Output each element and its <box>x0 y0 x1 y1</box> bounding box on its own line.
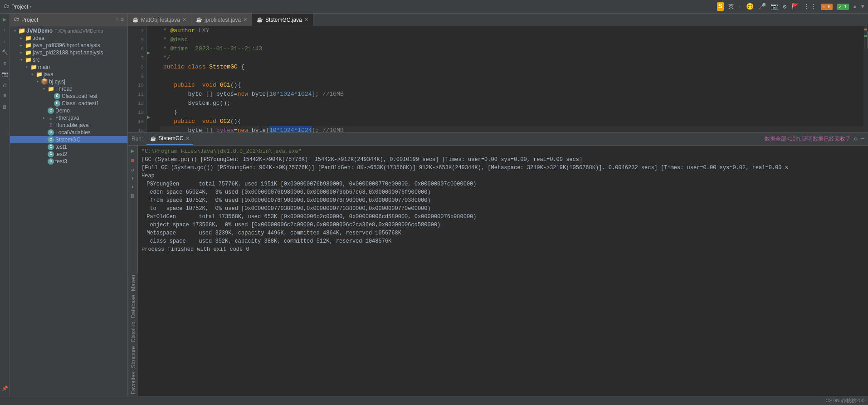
sidebar-label-favorites[interactable]: Favorites <box>129 370 137 396</box>
collapse-all-icon[interactable]: ↕ <box>116 16 119 23</box>
gutter: ▶ ▶ <box>147 26 156 132</box>
run-heap-parold: ParOldGen total 173568K, used 653K [0x00… <box>141 213 864 221</box>
tree-item-main[interactable]: ▾ 📁 main <box>10 63 127 71</box>
tree-item-huntable[interactable]: I Huntable.java <box>10 122 127 129</box>
tree-item-pid23188[interactable]: ▸ 📁 java_pid23188.hprof.analysis <box>10 49 127 56</box>
line-num-8: 8 <box>141 63 144 72</box>
list-icon[interactable]: ≡ <box>1 92 9 100</box>
tree-item-idea[interactable]: ▸ 📁 .idea <box>10 34 127 42</box>
run-gutter-8[interactable]: ▶ <box>147 49 156 56</box>
line-num-14: 14 <box>138 117 144 126</box>
tree-item-test1[interactable]: C test1 <box>10 143 127 151</box>
tree-item-test3[interactable]: C test3 <box>10 158 127 165</box>
sidebar-label-structure[interactable]: Structure <box>129 344 137 370</box>
code-line-9 <box>160 72 863 81</box>
sidebar-label-classlib[interactable]: ClassLib <box>129 320 137 344</box>
chevron-down-icon2[interactable]: ▼ <box>861 4 864 10</box>
mic-icon[interactable]: 🎤 <box>758 3 766 10</box>
run-toolbar: ▶ ■ ↺ ⬆ ⬇ 🗑 <box>128 146 138 273</box>
run-rerun-icon[interactable]: ↺ <box>131 167 134 173</box>
hammer-icon[interactable]: 🔨 <box>1 48 9 56</box>
run-icon[interactable]: ▶ <box>1 15 9 24</box>
project-panel-header: 🗂 Project ↕ ⚙ <box>10 14 127 26</box>
up-icon[interactable]: ↑ <box>1 26 9 34</box>
tab-sstemgc[interactable]: ☕ StstemGC.java ✕ <box>252 14 313 26</box>
sidebar-label-maven[interactable]: Maven <box>129 273 137 293</box>
tree-item-thread-folder[interactable]: ▾ 📁 Thread <box>10 85 127 93</box>
run-content[interactable]: "C:\Program Files\Java\jdk1.8.0_202\bin\… <box>138 146 868 273</box>
run-gutter-19[interactable]: ▶ <box>147 114 156 121</box>
run-tab-sstemgc[interactable]: ☕ StstemGC ✕ <box>146 133 193 145</box>
tree-item-classloadtest1[interactable]: C ClassLoadtest1 <box>10 100 127 107</box>
warning-badge[interactable]: ⚠ 6 <box>821 4 833 10</box>
print-icon[interactable]: 🖨 <box>1 81 9 89</box>
settings-icon1[interactable]: ⚙ <box>783 3 786 10</box>
run-play-icon[interactable]: ▶ <box>131 147 135 155</box>
code-editor[interactable]: 4 5 6 7 8 9 10 11 12 13 14 15 16 17 18 1… <box>128 26 868 132</box>
bottom-status: CSDN @核桃200 <box>0 396 868 405</box>
tab-matobjtest[interactable]: ☕ MatObjTest.java ✕ <box>128 14 191 26</box>
run-heap-metaspace: Metaspace used 3239K, capacity 4496K, co… <box>141 229 864 237</box>
trash-icon[interactable]: 🗑 <box>1 102 9 111</box>
tree-item-package[interactable]: ▾ 📦 bj.cy.sj <box>10 78 127 85</box>
project-title[interactable]: Project <box>11 4 28 10</box>
tab-close-jprofiletest[interactable]: ✕ <box>243 17 247 23</box>
tree-item-localvariables[interactable]: C LocalVariables <box>10 129 127 136</box>
bottom-right: CSDN @核桃200 <box>825 397 864 404</box>
emoji-icon1[interactable]: 😊 <box>746 3 754 10</box>
tree-item-java[interactable]: ▾ 📁 java <box>10 71 127 78</box>
tree-item-pid8396[interactable]: ▸ 📁 java_pid8396.hprof.analysis <box>10 42 127 49</box>
flag-icon[interactable]: 🚩 <box>791 3 799 10</box>
left-toolbar: ▶ ↑ ↓ 🔨 ⚙ 📷 🖨 ≡ 🗑 📌 <box>0 14 10 396</box>
project-panel: 🗂 Project ↕ ⚙ ▾ 📁 JVMDemo F:\D\jianda\JV… <box>10 14 128 396</box>
pin-icon[interactable]: 📌 <box>1 384 9 392</box>
line-num-15: 15 <box>138 126 144 132</box>
run-heap-to: to space 10752K, 0% used [0x000000077038… <box>141 205 864 213</box>
tab-icon-matobjtest: ☕ <box>132 17 139 23</box>
editor-scrollbar[interactable] <box>863 26 868 132</box>
run-clear-icon[interactable]: 🗑 <box>130 193 135 199</box>
code-line-10: public void GC1(){ <box>160 81 863 90</box>
top-bar: 🗂 Project ▾ S 英 · 😊 🎤 📷 ⚙ 🚩 ⋮⋮ ⚠ 6 ✓ 1 ▲… <box>0 0 868 14</box>
apps-icon[interactable]: ⋮⋮ <box>804 3 816 10</box>
settings-gear-icon[interactable]: ⚙ <box>854 136 858 142</box>
run-exit-line: Process finished with exit code 0 <box>141 245 864 254</box>
run-heap-object: object space 173568K, 0% used [0x0000000… <box>141 221 864 229</box>
tab-label-sstemgc: StstemGC.java <box>265 17 302 23</box>
code-content[interactable]: * @author LXY * @desc * @time 2023--01--… <box>156 26 863 132</box>
sidebar-label-database[interactable]: Database <box>129 293 137 320</box>
chevron-up-icon[interactable]: ▲ <box>853 4 857 10</box>
code-line-7: */ <box>160 54 863 63</box>
minimize-icon[interactable]: — <box>861 136 864 142</box>
tree-item-classloadtest[interactable]: C ClassLoadTest <box>10 93 127 100</box>
tools-icon1[interactable]: ⚙ <box>1 59 9 67</box>
camera-icon[interactable]: 📷 <box>770 3 778 10</box>
code-line-15: byte [] bytes=new byte[10*1024*1024]; //… <box>160 126 863 132</box>
project-icon: 🗂 <box>4 3 10 10</box>
tree-item-jvmdemo[interactable]: ▾ 📁 JVMDemo F:\D\jianda\JVMDemo <box>10 27 127 34</box>
camera-icon2[interactable]: 📷 <box>1 70 9 78</box>
code-line-5: * @desc <box>160 35 863 44</box>
run-stop-icon[interactable]: ■ <box>131 157 135 164</box>
run-scroll-top-icon[interactable]: ⬆ <box>131 176 134 181</box>
dropdown-icon[interactable]: ▾ <box>29 4 32 10</box>
ok-badge[interactable]: ✓ 1 <box>837 4 849 10</box>
down-icon[interactable]: ↓ <box>1 37 9 45</box>
run-scroll-bottom-icon[interactable]: ⬇ <box>131 184 134 190</box>
run-cmd-line: "C:\Program Files\Java\jdk1.8.0_202\bin\… <box>141 147 864 156</box>
tree-item-fther[interactable]: ▸ ☕ Fther.java <box>10 114 127 122</box>
tab-close-sstemgc[interactable]: ✕ <box>304 17 308 23</box>
tree-item-src[interactable]: ▾ 📁 src <box>10 56 127 63</box>
run-tab-close[interactable]: ✕ <box>185 136 190 142</box>
tab-close-matobjtest[interactable]: ✕ <box>182 17 186 23</box>
run-heap-title: Heap <box>141 172 864 180</box>
search-eng-label[interactable]: 英 <box>728 3 734 10</box>
tree-item-demo[interactable]: C Demo <box>10 107 127 114</box>
run-heap-class: class space used 352K, capacity 388K, co… <box>141 237 864 245</box>
tab-jprofiletest[interactable]: ☕ jprofiletest.java ✕ <box>191 14 252 26</box>
tree-item-test2[interactable]: C test2 <box>10 151 127 158</box>
line-num-9: 9 <box>141 72 144 81</box>
tree-item-sstemgc[interactable]: C StstemGC <box>10 136 127 143</box>
settings-icon2[interactable]: ⚙ <box>121 16 124 23</box>
run-heap-eden: eden space 65024K, 3% used [0x000000076b… <box>141 188 864 196</box>
